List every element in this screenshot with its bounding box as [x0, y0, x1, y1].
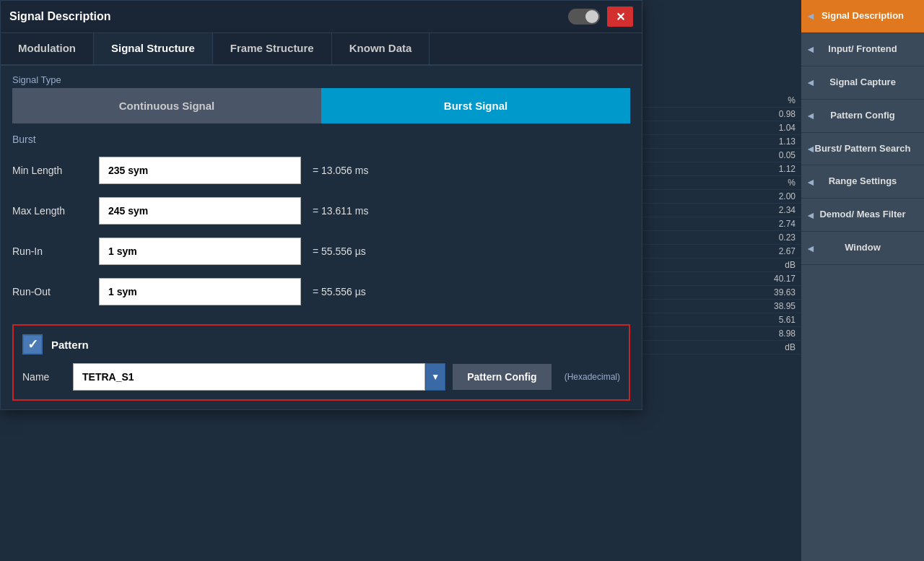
- min-length-input[interactable]: [99, 157, 301, 184]
- sidebar-arrow-input-frontend: ◄: [806, 43, 816, 56]
- dialog-titlebar: Signal Description ✕: [1, 1, 642, 33]
- sidebar-label-window: Window: [845, 242, 881, 254]
- pattern-header: ✓ Pattern: [22, 334, 620, 355]
- sidebar-arrow-pattern-config: ◄: [806, 109, 816, 122]
- pattern-name-dropdown-button[interactable]: ▼: [425, 363, 445, 391]
- run-in-row: Run-In = 55.556 µs: [12, 238, 630, 265]
- hexadecimal-label: (Hexadecimal): [565, 372, 620, 382]
- titlebar-controls: ✕: [568, 6, 633, 27]
- dialog-title: Signal Description: [9, 10, 110, 23]
- sidebar-item-window[interactable]: ◄ Window: [801, 232, 924, 265]
- dialog-tabs: Modulation Signal Structure Frame Struct…: [1, 33, 642, 66]
- bg-value-evm-rms: %: [788, 95, 796, 105]
- sidebar-arrow-signal-capture: ◄: [806, 76, 816, 89]
- max-length-input[interactable]: [99, 197, 301, 225]
- dialog-body: Signal Type Continuous Signal Burst Sign…: [1, 66, 642, 409]
- checkbox-check-icon: ✓: [27, 336, 38, 352]
- sidebar-arrow-range-settings: ◄: [806, 175, 816, 188]
- signal-type-row: Continuous Signal Burst Signal: [12, 88, 630, 123]
- min-length-label: Min Length: [12, 165, 99, 176]
- pattern-name-label: Name: [22, 371, 66, 383]
- run-in-label: Run-In: [12, 245, 99, 257]
- run-out-computed: = 55.556 µs: [313, 286, 366, 297]
- right-sidebar: ◄ Signal Description ◄ Input/ Frontend ◄…: [801, 0, 924, 561]
- min-length-row: Min Length = 13.056 ms: [12, 157, 630, 184]
- sidebar-label-signal-description: Signal Description: [821, 10, 904, 22]
- pattern-name-select-container: ▼: [73, 363, 445, 391]
- enable-toggle[interactable]: [568, 9, 600, 25]
- pattern-title: Pattern: [51, 339, 89, 351]
- run-out-input[interactable]: [99, 278, 301, 305]
- continuous-signal-button[interactable]: Continuous Signal: [12, 88, 321, 123]
- sidebar-arrow-burst-pattern-search: ◄: [806, 142, 816, 155]
- sidebar-label-range-settings: Range Settings: [829, 175, 897, 188]
- min-length-computed: = 13.056 ms: [313, 165, 368, 176]
- pattern-checkbox[interactable]: ✓: [22, 334, 43, 355]
- sidebar-label-burst-pattern-search: Burst/ Pattern Search: [815, 143, 911, 155]
- tab-frame-structure[interactable]: Frame Structure: [213, 33, 332, 64]
- sidebar-item-signal-description[interactable]: ◄ Signal Description: [801, 0, 924, 33]
- run-in-input[interactable]: [99, 238, 301, 265]
- pattern-section: ✓ Pattern Name ▼ Pattern Config (Hexadec…: [12, 324, 630, 401]
- sidebar-item-input-frontend[interactable]: ◄ Input/ Frontend: [801, 33, 924, 66]
- sidebar-label-signal-capture: Signal Capture: [829, 77, 896, 89]
- run-in-computed: = 55.556 µs: [313, 245, 366, 257]
- tab-signal-structure[interactable]: Signal Structure: [94, 33, 213, 64]
- pattern-name-input[interactable]: [73, 363, 425, 391]
- burst-section-label: Burst: [12, 134, 630, 145]
- signal-description-dialog: Signal Description ✕ Modulation Signal S…: [0, 0, 642, 410]
- sidebar-arrow-signal-description: ◄: [806, 9, 816, 22]
- close-button[interactable]: ✕: [607, 6, 633, 27]
- max-length-label: Max Length: [12, 205, 99, 217]
- run-out-row: Run-Out = 55.556 µs: [12, 278, 630, 305]
- bg-value-current: 0.98: [779, 109, 796, 119]
- sidebar-arrow-demod-meas-filter: ◄: [806, 209, 816, 222]
- sidebar-item-demod-meas-filter[interactable]: ◄ Demod/ Meas Filter: [801, 199, 924, 232]
- sidebar-item-signal-capture[interactable]: ◄ Signal Capture: [801, 66, 924, 100]
- signal-type-section: Signal Type Continuous Signal Burst Sign…: [12, 74, 630, 123]
- pattern-name-row: Name ▼ Pattern Config (Hexadecimal): [22, 363, 620, 391]
- sidebar-label-pattern-config: Pattern Config: [830, 110, 895, 122]
- burst-signal-button[interactable]: Burst Signal: [321, 88, 630, 123]
- max-length-row: Max Length = 13.611 ms: [12, 197, 630, 225]
- tab-known-data[interactable]: Known Data: [332, 33, 430, 64]
- sidebar-label-demod-meas-filter: Demod/ Meas Filter: [819, 209, 905, 221]
- sidebar-item-burst-pattern-search[interactable]: ◄ Burst/ Pattern Search: [801, 133, 924, 166]
- max-length-computed: = 13.611 ms: [313, 205, 368, 217]
- tab-modulation[interactable]: Modulation: [1, 33, 94, 64]
- signal-type-label: Signal Type: [12, 74, 630, 85]
- pattern-config-button[interactable]: Pattern Config: [453, 364, 551, 390]
- sidebar-label-input-frontend: Input/ Frontend: [828, 43, 897, 56]
- sidebar-item-range-settings[interactable]: ◄ Range Settings: [801, 165, 924, 199]
- run-out-label: Run-Out: [12, 286, 99, 297]
- sidebar-item-pattern-config[interactable]: ◄ Pattern Config: [801, 100, 924, 133]
- sidebar-arrow-window: ◄: [806, 242, 816, 255]
- toggle-knob: [585, 10, 598, 23]
